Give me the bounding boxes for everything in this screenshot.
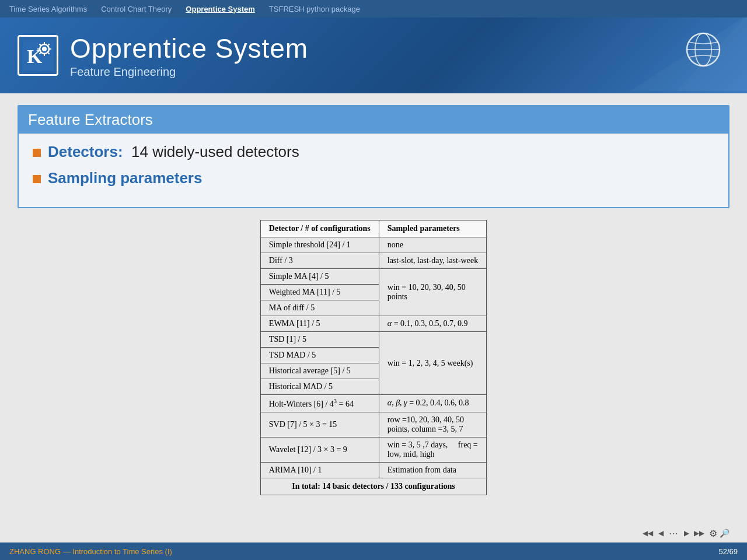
nav-next-arrow[interactable]: ▶ — [681, 528, 692, 539]
params-cell: α, β, γ = 0.2, 0.4, 0.6, 0.8 — [379, 395, 486, 412]
params-cell: win = 3, 5 ,7 days, freq =low, mid, high — [379, 437, 486, 462]
nav-dots: ⋯ — [668, 528, 679, 539]
kde-logo: K — [18, 35, 58, 76]
bullet-square-icon-2 — [33, 175, 41, 183]
nav-first-arrow[interactable]: ◀◀ — [643, 528, 653, 539]
detector-cell: EWMA [11] / 5 — [260, 316, 379, 332]
detector-cell: Simple MA [4] / 5 — [260, 269, 379, 285]
slide-footer: ZHANG RONG — Introduction to Time Series… — [0, 542, 747, 560]
params-cell: none — [379, 237, 486, 253]
bullet-sampling-text: Sampling parameters — [48, 169, 202, 187]
col-header-detector: Detector / # of configurations — [260, 220, 379, 237]
table-row: ARIMA [10] / 1 Estimation from data — [260, 462, 486, 478]
params-cell: Estimation from data — [379, 462, 486, 478]
nav-settings-icon[interactable]: ⚙ — [709, 528, 717, 539]
table-row: Simple threshold [24] / 1 none — [260, 237, 486, 253]
svg-point-13 — [42, 47, 47, 51]
nav-item-timeseries[interactable]: Time Series Algorithms — [9, 5, 87, 13]
bullet-detectors-text: Detectors: 14 widely-used detectors — [48, 143, 299, 161]
params-cell: α = 0.1, 0.3, 0.5, 0.7, 0.9 — [379, 316, 486, 332]
nav-item-opprentice[interactable]: Opprentice System — [186, 5, 255, 13]
table-row: Holt-Winters [6] / 43 = 64 α, β, γ = 0.2… — [260, 395, 486, 412]
table-header-row: Detector / # of configurations Sampled p… — [260, 220, 486, 237]
footer-author: ZHANG RONG — Introduction to Time Series… — [9, 547, 172, 556]
header-text-block: Opprentice System Feature Engineering — [70, 33, 308, 79]
table-row: EWMA [11] / 5 α = 0.1, 0.3, 0.5, 0.7, 0.… — [260, 316, 486, 332]
table-row: Wavelet [12] / 3 × 3 = 9 win = 3, 5 ,7 d… — [260, 437, 486, 462]
table-row: SVD [7] / 5 × 3 = 15 row =10, 20, 30, 40… — [260, 412, 486, 437]
globe-icon — [683, 29, 724, 70]
detector-cell: TSD MAD / 5 — [260, 348, 379, 363]
top-navigation: Time Series Algorithms Control Chart The… — [0, 0, 747, 18]
table-footer-cell: In total: 14 basic detectors / 133 confi… — [260, 478, 486, 495]
detector-cell: Holt-Winters [6] / 43 = 64 — [260, 395, 379, 412]
slide-header: K Opprentice System Feature Engineering — [0, 18, 747, 93]
detector-cell: Historical MAD / 5 — [260, 379, 379, 395]
footer-page: 52/69 — [718, 547, 738, 556]
detector-table-container: Detector / # of configurations Sampled p… — [18, 220, 729, 495]
slide-navigation: ◀◀ ◀ ⋯ ▶ ▶▶ ⚙ 🔎 — [643, 528, 729, 539]
detector-table: Detector / # of configurations Sampled p… — [260, 220, 487, 495]
bullet-sampling: Sampling parameters — [33, 169, 714, 187]
params-cell: row =10, 20, 30, 40, 50points, column =3… — [379, 412, 486, 437]
nav-prev-arrow[interactable]: ◀ — [655, 528, 666, 539]
slide-subtitle: Feature Engineering — [70, 65, 308, 79]
detector-cell: Weighted MA [11] / 5 — [260, 285, 379, 300]
table-row: Diff / 3 last-slot, last-day, last-week — [260, 253, 486, 269]
nav-item-tsfresh[interactable]: TSFRESH python package — [269, 5, 360, 13]
nav-item-controlchart[interactable]: Control Chart Theory — [101, 5, 172, 13]
detector-cell: TSD [1] / 5 — [260, 332, 379, 348]
table-row: TSD [1] / 5 win = 1, 2, 3, 4, 5 week(s) — [260, 332, 486, 348]
col-header-params: Sampled parameters — [379, 220, 486, 237]
params-cell: win = 1, 2, 3, 4, 5 week(s) — [379, 332, 486, 395]
bullet-detectors: Detectors: 14 widely-used detectors — [33, 143, 714, 161]
bullet-square-icon — [33, 149, 41, 157]
detector-cell: Wavelet [12] / 3 × 3 = 9 — [260, 437, 379, 462]
nav-last-arrow[interactable]: ▶▶ — [694, 528, 704, 539]
detector-cell: MA of diff / 5 — [260, 300, 379, 316]
params-cell: win = 10, 20, 30, 40, 50points — [379, 269, 486, 316]
slide-title: Opprentice System — [70, 33, 308, 64]
table-row: Simple MA [4] / 5 win = 10, 20, 30, 40, … — [260, 269, 486, 285]
detector-cell: ARIMA [10] / 1 — [260, 462, 379, 478]
detector-cell: Historical average [5] / 5 — [260, 363, 379, 379]
params-cell: last-slot, last-day, last-week — [379, 253, 486, 269]
table-footer-row: In total: 14 basic detectors / 133 confi… — [260, 478, 486, 495]
detector-cell: Diff / 3 — [260, 253, 379, 269]
section-title: Feature Extractors — [19, 106, 728, 134]
feature-extractors-section: Feature Extractors Detectors: 14 widely-… — [18, 105, 729, 208]
nav-search-icon[interactable]: 🔎 — [720, 528, 729, 538]
detector-cell: SVD [7] / 5 × 3 = 15 — [260, 412, 379, 437]
detector-cell: Simple threshold [24] / 1 — [260, 237, 379, 253]
section-body: Detectors: 14 widely-used detectors Samp… — [19, 134, 728, 207]
